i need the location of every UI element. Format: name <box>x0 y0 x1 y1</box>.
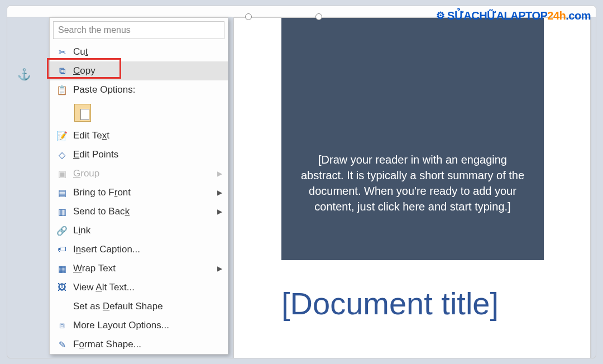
watermark-logo: ⚙ SỬACHỮALAPTOP24h.com <box>436 9 591 22</box>
menu-format-shape-label: Format Shape... <box>73 339 222 350</box>
anchor-icon: ⚓ <box>17 68 31 81</box>
menu-cut[interactable]: ✂ Cut <box>50 42 228 61</box>
bring-front-icon: ▤ <box>54 186 70 199</box>
chevron-right-icon: ▶ <box>217 189 222 197</box>
menu-format-shape[interactable]: ✎ Format Shape... <box>50 335 228 354</box>
workspace: ⚓ [Draw your reader in with an engaging … <box>7 6 596 358</box>
document-page[interactable]: [Draw your reader in with an engaging ab… <box>233 17 591 358</box>
menu-insert-caption[interactable]: 🏷 Insert Caption... <box>50 240 228 259</box>
blank-icon <box>54 300 70 313</box>
menu-set-default-label: Set as Default Shape <box>73 301 222 312</box>
menu-edit-points-label: Edit Points <box>73 149 222 160</box>
watermark-text-2: 24h <box>547 9 566 22</box>
group-icon: ▣ <box>54 167 70 180</box>
menu-edit-text-label: Edit Text <box>73 130 222 141</box>
paste-options-row <box>50 99 228 126</box>
paste-icon: 📋 <box>54 84 70 96</box>
menu-set-default-shape[interactable]: Set as Default Shape <box>50 297 228 316</box>
menu-wrap-text-label: Wrap Text <box>73 263 217 274</box>
menu-cut-label: Cut <box>73 46 222 58</box>
menu-send-to-back[interactable]: ▥ Send to Back ▶ <box>50 202 228 221</box>
menu-edit-points[interactable]: ◇ Edit Points <box>50 145 228 164</box>
menu-copy[interactable]: ⧉ Copy <box>50 61 228 80</box>
document-title-placeholder[interactable]: [Document title] <box>281 286 499 322</box>
context-menu: Search the menus ✂ Cut ⧉ Copy 📋 Paste Op… <box>49 17 228 355</box>
menu-bring-to-front-label: Bring to Front <box>73 187 217 198</box>
abstract-placeholder[interactable]: [Draw your reader in with an engaging ab… <box>295 152 530 214</box>
menu-group: ▣ Group ▶ <box>50 164 228 183</box>
chevron-right-icon: ▶ <box>217 208 222 215</box>
alt-text-icon: 🖼 <box>54 281 70 294</box>
menu-view-alt-text-label: View Alt Text... <box>73 282 222 293</box>
edit-text-icon: 📝 <box>54 130 70 142</box>
menu-group-label: Group <box>73 168 217 179</box>
menu-edit-text[interactable]: 📝 Edit Text <box>50 126 228 145</box>
watermark-text-1: SỬACHỮALAPTOP <box>447 9 547 22</box>
chevron-right-icon: ▶ <box>217 265 222 272</box>
copy-icon: ⧉ <box>54 65 70 77</box>
selection-handle[interactable] <box>315 13 322 20</box>
menu-search-input[interactable]: Search the menus <box>53 21 224 39</box>
menu-paste-options-label: Paste Options: <box>73 84 222 95</box>
chevron-right-icon: ▶ <box>217 170 222 178</box>
layout-icon: ⧈ <box>54 319 70 332</box>
menu-more-layout[interactable]: ⧈ More Layout Options... <box>50 316 228 335</box>
link-icon: 🔗 <box>54 224 70 237</box>
cover-shape[interactable] <box>281 18 544 260</box>
menu-link[interactable]: 🔗 Link <box>50 221 228 240</box>
menu-copy-label: Copy <box>73 65 222 76</box>
gear-icon: ⚙ <box>436 9 445 22</box>
menu-wrap-text[interactable]: ▦ Wrap Text ▶ <box>50 259 228 278</box>
format-shape-icon: ✎ <box>54 338 70 351</box>
selection-handle[interactable] <box>245 13 252 20</box>
menu-link-label: Link <box>73 225 222 236</box>
menu-paste-options: 📋 Paste Options: <box>50 80 228 99</box>
paste-option-keep-formatting[interactable] <box>74 104 91 122</box>
caption-icon: 🏷 <box>54 243 70 256</box>
watermark-text-3: .com <box>566 9 591 22</box>
wrap-text-icon: ▦ <box>54 262 70 275</box>
send-back-icon: ▥ <box>54 205 70 218</box>
edit-points-icon: ◇ <box>54 149 70 161</box>
menu-view-alt-text[interactable]: 🖼 View Alt Text... <box>50 278 228 297</box>
menu-bring-to-front[interactable]: ▤ Bring to Front ▶ <box>50 183 228 202</box>
menu-insert-caption-label: Insert Caption... <box>73 244 222 255</box>
menu-more-layout-label: More Layout Options... <box>73 320 222 331</box>
scissors-icon: ✂ <box>54 46 70 58</box>
menu-send-to-back-label: Send to Back <box>73 206 217 217</box>
